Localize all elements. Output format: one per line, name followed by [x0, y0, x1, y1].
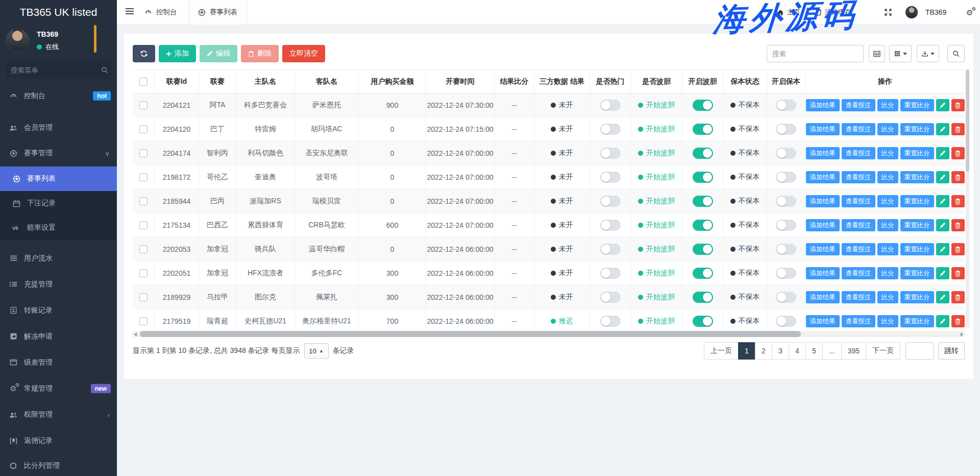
add-result-button[interactable]: 添加结果	[806, 123, 840, 135]
edit-button[interactable]	[936, 219, 949, 231]
baoben-toggle[interactable]	[776, 244, 796, 255]
edit-button[interactable]	[936, 315, 949, 327]
score-button[interactable]: 比分	[877, 315, 898, 327]
delete-button[interactable]	[951, 243, 965, 255]
add-button[interactable]: 添加	[159, 45, 196, 62]
sidebar-item-permission-mgmt[interactable]: 权限管理‹	[0, 401, 117, 428]
add-result-button[interactable]: 添加结果	[806, 99, 840, 111]
bodan-toggle[interactable]	[693, 100, 713, 111]
baoben-toggle[interactable]	[776, 292, 796, 303]
scroll-left-arrow-icon[interactable]	[134, 332, 137, 337]
table-horizontal-scrollbar[interactable]	[133, 331, 965, 337]
bodan-toggle[interactable]	[693, 148, 713, 159]
reset-score-button[interactable]: 重置比分	[900, 315, 934, 327]
baoben-toggle[interactable]	[776, 172, 796, 183]
sidebar-item-transfer-records[interactable]: 转账记录	[0, 297, 117, 323]
baoben-toggle[interactable]	[776, 148, 796, 159]
sidebar-item-match-list[interactable]: 赛事列表	[0, 166, 117, 191]
hot-toggle[interactable]	[600, 220, 621, 231]
sidebar-search-input[interactable]	[11, 66, 101, 74]
hot-toggle[interactable]	[600, 196, 621, 207]
sidebar-item-odds-settings[interactable]: vk赔率设置	[0, 216, 117, 240]
scrollbar-thumb[interactable]	[140, 331, 801, 337]
view-bets-button[interactable]: 查看投注	[842, 243, 875, 255]
add-result-button[interactable]: 添加结果	[806, 243, 840, 255]
home-link[interactable]: 主页	[777, 0, 800, 25]
bodan-toggle[interactable]	[693, 196, 713, 207]
sidebar-item-bet-records[interactable]: 下注记录	[0, 191, 117, 216]
baoben-toggle[interactable]	[776, 220, 796, 231]
view-bets-button[interactable]: 查看投注	[842, 147, 875, 159]
refresh-button[interactable]	[133, 45, 155, 62]
hot-toggle[interactable]	[600, 268, 621, 279]
clear-cache-link[interactable]: 清除缓存	[816, 0, 851, 25]
bodan-toggle[interactable]	[693, 292, 713, 303]
bodan-status[interactable]: 开始波胆	[638, 221, 675, 230]
page-2-button[interactable]: 2	[755, 342, 772, 360]
delete-button[interactable]	[951, 123, 965, 135]
search-button[interactable]	[947, 45, 965, 62]
delete-button[interactable]	[951, 315, 965, 327]
bodan-status[interactable]: 开始波胆	[638, 101, 675, 110]
view-bets-button[interactable]: 查看投注	[842, 315, 875, 327]
edit-button[interactable]	[936, 195, 949, 207]
page-3-button[interactable]: 3	[772, 342, 789, 360]
settings-button[interactable]: ⚙⚙	[966, 0, 973, 25]
baoben-toggle[interactable]	[776, 100, 796, 111]
page-395-button[interactable]: 395	[841, 342, 866, 360]
add-result-button[interactable]: 添加结果	[806, 219, 840, 231]
table-vertical-scrollbar[interactable]	[966, 69, 969, 327]
reset-score-button[interactable]: 重置比分	[900, 219, 934, 231]
clear-now-button[interactable]: 立即清空	[282, 45, 325, 62]
hot-toggle[interactable]	[600, 100, 621, 111]
score-button[interactable]: 比分	[877, 147, 898, 159]
edit-button[interactable]	[936, 291, 949, 303]
fullscreen-button[interactable]	[885, 0, 892, 25]
prev-page-button[interactable]: 上一页	[704, 342, 739, 360]
reset-score-button[interactable]: 重置比分	[900, 147, 934, 159]
bodan-toggle[interactable]	[693, 124, 713, 135]
topbar-username[interactable]: TB369	[925, 0, 946, 25]
export-button[interactable]	[917, 45, 939, 62]
score-button[interactable]: 比分	[877, 291, 898, 303]
sidebar-item-user-flow[interactable]: 用户流水	[0, 245, 117, 271]
hot-toggle[interactable]	[600, 172, 621, 183]
view-bets-button[interactable]: 查看投注	[842, 291, 875, 303]
row-checkbox[interactable]	[139, 197, 148, 205]
delete-button[interactable]	[951, 195, 965, 207]
reset-score-button[interactable]: 重置比分	[900, 243, 934, 255]
sidebar-item-member-mgmt[interactable]: 会员管理	[0, 115, 117, 140]
add-result-button[interactable]: 添加结果	[806, 195, 840, 207]
add-result-button[interactable]: 添加结果	[806, 147, 840, 159]
edit-button[interactable]	[936, 123, 949, 135]
tab-console[interactable]: 控制台	[135, 0, 186, 25]
bodan-status[interactable]: 开始波胆	[638, 197, 675, 206]
edit-button[interactable]	[936, 243, 949, 255]
bodan-status[interactable]: 开始波胆	[638, 269, 675, 278]
sidebar-item-console[interactable]: 控制台hot	[0, 83, 117, 109]
columns-view-button[interactable]	[869, 45, 885, 62]
row-checkbox[interactable]	[139, 269, 148, 277]
baoben-toggle[interactable]	[776, 268, 796, 279]
bodan-status[interactable]: 开始波胆	[638, 173, 675, 182]
bodan-toggle[interactable]	[693, 220, 713, 231]
tab-match-list[interactable]: 赛事列表	[188, 0, 247, 25]
reset-score-button[interactable]: 重置比分	[900, 291, 934, 303]
scroll-right-arrow-icon[interactable]	[961, 332, 963, 337]
row-checkbox[interactable]	[139, 293, 148, 301]
goto-page-input[interactable]	[905, 342, 934, 360]
hot-toggle[interactable]	[600, 148, 621, 159]
bodan-status[interactable]: 开始波胆	[638, 317, 675, 326]
score-button[interactable]: 比分	[877, 123, 898, 135]
per-page-select[interactable]: 10 ▲	[304, 343, 329, 359]
row-checkbox[interactable]	[139, 221, 148, 229]
hot-toggle[interactable]	[600, 244, 621, 255]
score-button[interactable]: 比分	[877, 195, 898, 207]
row-checkbox[interactable]	[139, 149, 148, 157]
baoben-toggle[interactable]	[776, 316, 796, 327]
baoben-toggle[interactable]	[776, 196, 796, 207]
next-page-button[interactable]: 下一页	[866, 342, 900, 360]
bodan-toggle[interactable]	[693, 244, 713, 255]
row-checkbox[interactable]	[139, 101, 148, 109]
view-bets-button[interactable]: 查看投注	[842, 219, 875, 231]
